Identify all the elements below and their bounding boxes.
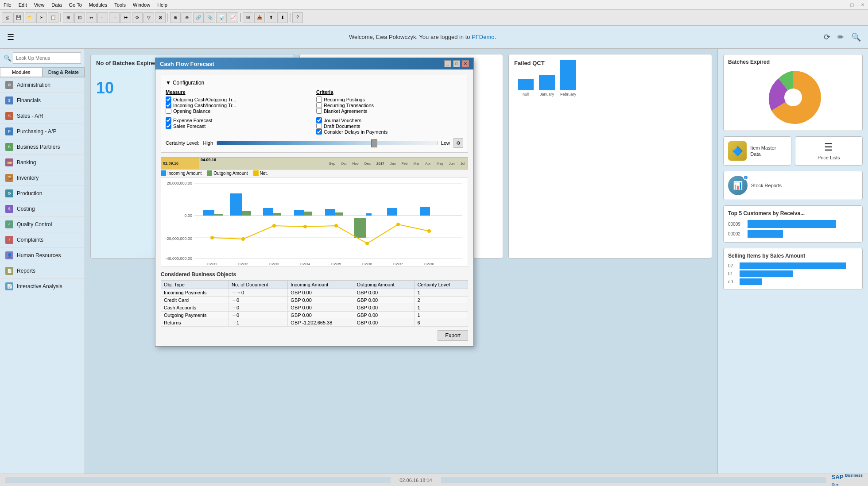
toolbar-btn-16[interactable]: ⊖ <box>182 12 192 23</box>
toolbar-btn-3[interactable]: 📁 <box>25 12 35 23</box>
toolbar-btn-20[interactable]: 📈 <box>228 12 238 23</box>
toolbar-btn-23[interactable]: ⬆ <box>266 12 276 23</box>
menu-edit[interactable]: Edit <box>19 2 27 8</box>
recurring-trans-checkbox[interactable] <box>316 102 322 108</box>
sales-checkbox[interactable] <box>166 123 171 129</box>
toolbar-btn-14[interactable]: ⊠ <box>155 12 166 23</box>
header-menu-icon[interactable]: ☰ <box>7 32 14 42</box>
cell-doc: →1 <box>229 319 287 327</box>
outgoing-checkbox[interactable] <box>166 96 171 102</box>
menu-file[interactable]: File <box>4 2 12 8</box>
menu-modules[interactable]: Modules <box>89 2 108 8</box>
toolbar-btn-6[interactable]: ⊞ <box>63 12 74 23</box>
toolbar-btn-24[interactable]: ⬇ <box>277 12 288 23</box>
consider-delays-checkbox[interactable] <box>316 129 322 135</box>
toolbar-btn-4[interactable]: ✂ <box>36 12 47 23</box>
toolbar-btn-5[interactable]: 📋 <box>48 12 58 23</box>
toolbar-btn-9[interactable]: ← <box>97 12 108 23</box>
certainty-thumb[interactable] <box>371 139 377 147</box>
draft-checkbox[interactable] <box>316 123 322 129</box>
toolbar-btn-21[interactable]: ✉ <box>243 12 253 23</box>
toolbar-btn-25[interactable]: ? <box>292 12 303 23</box>
svg-rect-28 <box>366 213 372 216</box>
svg-rect-24 <box>304 212 312 216</box>
col-no-doc: No. of Document <box>229 281 287 289</box>
menu-goto[interactable]: Go To <box>69 2 82 8</box>
sales-icon: S <box>5 112 13 120</box>
refresh-button[interactable]: ⟳ <box>824 32 830 42</box>
blanket-checkbox[interactable] <box>316 108 322 114</box>
cell-incoming: GBP 0.00 <box>288 289 354 297</box>
qct-label-null: null <box>523 92 529 96</box>
toolbar-sep-3 <box>240 13 241 22</box>
opening-checkbox[interactable] <box>166 108 171 114</box>
company-link[interactable]: PFDemo <box>472 34 494 40</box>
tab-modules[interactable]: Modules <box>0 67 43 77</box>
sidebar-item-purchasing[interactable]: P Purchasing - A/P <box>0 124 85 139</box>
complaints-icon: ! <box>5 236 13 244</box>
sidebar-item-interactive-analysis[interactable]: 📈 Interactive Analysis <box>0 279 85 294</box>
tab-drag-relate[interactable]: Drag & Relate <box>43 67 85 77</box>
toolbar-btn-13[interactable]: ▽ <box>143 12 154 23</box>
menu-data[interactable]: Data <box>51 2 62 8</box>
right-widget-price-lists[interactable]: ☰ Price Lists <box>795 136 863 166</box>
item-master-label: Item Master Data <box>750 145 786 158</box>
sidebar-search-input[interactable] <box>13 52 81 64</box>
menu-help[interactable]: Help <box>157 2 167 8</box>
sidebar-item-inventory[interactable]: 📦 Inventory <box>0 170 85 186</box>
sidebar-item-sales[interactable]: S Sales - A/R <box>0 108 85 124</box>
modal-minimize-btn[interactable]: _ <box>444 60 451 67</box>
statusbar-scrollbar[interactable] <box>5 477 391 483</box>
toolbar-btn-17[interactable]: 🔗 <box>193 12 204 23</box>
business-objects-table: Obj. Type No. of Document Incoming Amoun… <box>161 280 468 327</box>
certainty-slider[interactable] <box>217 141 438 145</box>
sidebar-item-administration[interactable]: ⚙ Administration <box>0 77 85 93</box>
edit-button[interactable]: ✏ <box>837 32 844 42</box>
customer-bar-00009: 00009 <box>728 220 858 228</box>
menu-tools[interactable]: Tools <box>114 2 126 8</box>
cell-incoming: GBP 0.00 <box>288 297 354 304</box>
toolbar-btn-8[interactable]: ↤ <box>86 12 97 23</box>
sidebar-item-human-resources[interactable]: 👤 Human Resources <box>0 248 85 263</box>
right-widget-item-master[interactable]: 🔷 Item Master Data <box>723 136 791 166</box>
toolbar-btn-2[interactable]: 💾 <box>13 12 24 23</box>
modal-close-btn[interactable]: ✕ <box>462 60 469 67</box>
statusbar-scrollbar-right[interactable] <box>441 477 826 483</box>
toolbar-btn-22[interactable]: 📤 <box>254 12 265 23</box>
toolbar-btn-18[interactable]: 📎 <box>205 12 215 23</box>
toolbar-btn-12[interactable]: ⟳ <box>132 12 143 23</box>
sidebar-item-production[interactable]: ⚙ Production <box>0 186 85 201</box>
recurring-postings-checkbox[interactable] <box>316 96 322 102</box>
menu-view[interactable]: View <box>34 2 45 8</box>
certainty-settings-btn[interactable]: ⚙ <box>453 138 463 148</box>
certainty-row: Certainty Level: High Low ⚙ <box>166 138 463 148</box>
sidebar-item-business-partners[interactable]: B Business Partners <box>0 139 85 155</box>
sidebar-item-complaints[interactable]: ! Complaints <box>0 232 85 248</box>
toolbar-btn-11[interactable]: ↦ <box>120 12 131 23</box>
timeline-bar[interactable]: 02.09.16 04.09.16 Sep Oct Nov Dec 2017 J… <box>161 157 468 170</box>
sidebar-item-reports[interactable]: 📄 Reports <box>0 263 85 279</box>
toolbar-btn-7[interactable]: ⊡ <box>74 12 85 23</box>
header: ☰ Welcome, Ewa Polowczyk. You are logged… <box>0 26 868 49</box>
sidebar-item-financials[interactable]: $ Financials <box>0 93 85 108</box>
journal-checkbox[interactable] <box>316 117 322 123</box>
sidebar-item-banking[interactable]: 💳 Banking <box>0 155 85 170</box>
right-widget-stock-reports[interactable]: 📊 i Stock Reports <box>723 171 863 200</box>
toolbar-btn-15[interactable]: ⊕ <box>170 12 181 23</box>
toolbar-btn-1[interactable]: 🖨 <box>2 12 12 23</box>
export-button[interactable]: Export <box>438 330 468 341</box>
sidebar-item-quality-control[interactable]: ✓ Quality Control <box>0 217 85 232</box>
menu-window[interactable]: Window <box>133 2 150 8</box>
incoming-checkbox[interactable] <box>166 102 171 108</box>
toolbar-btn-19[interactable]: 📊 <box>216 12 227 23</box>
table-row: Credit Card →0 GBP 0.00 GBP 0.00 2 <box>161 297 468 304</box>
inventory-icon: 📦 <box>5 174 13 182</box>
expense-checkbox[interactable] <box>166 117 171 123</box>
search-button[interactable]: 🔍 <box>851 32 861 42</box>
config-toggle[interactable]: ▼ Configuration <box>166 80 463 86</box>
sidebar-item-costing[interactable]: $ Costing <box>0 201 85 217</box>
toolbar-btn-10[interactable]: → <box>109 12 120 23</box>
modal-maximize-btn[interactable]: □ <box>453 60 460 67</box>
recurring-trans-label: Recurring Transactions <box>324 103 374 108</box>
quality-control-icon: ✓ <box>5 220 13 228</box>
